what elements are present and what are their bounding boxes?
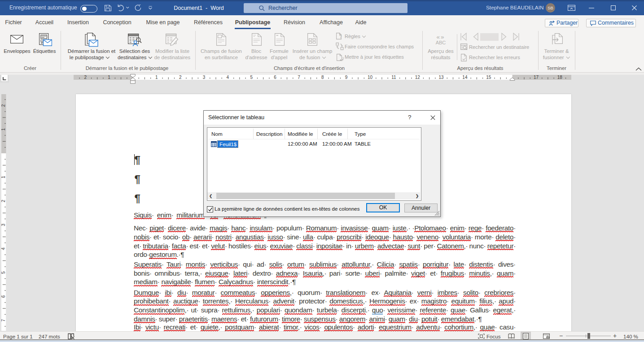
svg-text:11: 11 xyxy=(391,75,396,80)
svg-text:2: 2 xyxy=(84,75,87,80)
svg-text:13: 13 xyxy=(438,75,444,80)
svg-text:17: 17 xyxy=(534,75,539,80)
svg-text:8: 8 xyxy=(321,75,324,80)
svg-text:1: 1 xyxy=(155,75,158,80)
svg-text:12: 12 xyxy=(415,75,421,80)
svg-text:1: 1 xyxy=(1,128,6,130)
svg-text:18: 18 xyxy=(557,75,563,80)
svg-text:1: 1 xyxy=(1,176,6,178)
svg-text:5: 5 xyxy=(1,271,6,274)
svg-text:4: 4 xyxy=(227,75,229,80)
svg-text:2: 2 xyxy=(1,104,6,107)
svg-text:10: 10 xyxy=(368,75,373,80)
svg-text:9: 9 xyxy=(345,75,348,80)
svg-text:3: 3 xyxy=(203,75,206,80)
svg-text:7: 7 xyxy=(1,319,6,321)
svg-text:3: 3 xyxy=(1,223,6,226)
svg-text:5: 5 xyxy=(250,75,253,80)
svg-text:4: 4 xyxy=(1,247,6,250)
svg-text:6: 6 xyxy=(1,295,6,298)
svg-text:14: 14 xyxy=(462,75,468,80)
svg-text:1: 1 xyxy=(108,75,110,80)
svg-text:2: 2 xyxy=(1,199,6,202)
svg-text:6: 6 xyxy=(274,75,276,80)
svg-text:2: 2 xyxy=(179,75,182,80)
svg-text:?: ? xyxy=(339,35,342,39)
svg-text:7: 7 xyxy=(298,75,300,80)
svg-text:15: 15 xyxy=(486,75,491,80)
